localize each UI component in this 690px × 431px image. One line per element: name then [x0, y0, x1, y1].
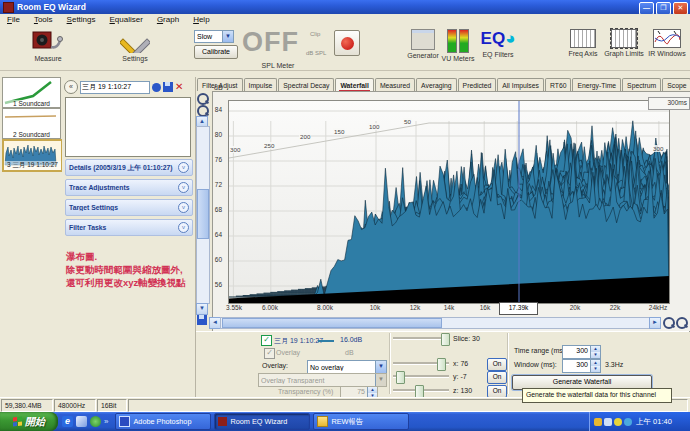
graph-limits-button[interactable]: Graph Limits — [601, 29, 647, 57]
spl-record-button[interactable] — [334, 30, 360, 56]
scroll-down-icon[interactable]: ▼ — [196, 303, 208, 315]
generator-label: Generator — [407, 52, 439, 59]
tab-energy-time[interactable]: Energy-Time — [572, 78, 621, 91]
window-spinner[interactable]: 300 ▲▼ — [562, 359, 601, 373]
measure-button[interactable]: Measure — [16, 29, 80, 62]
menu-help[interactable]: Help — [186, 14, 216, 26]
x-rotation-value: x: 76 — [453, 360, 468, 367]
overlay-mode-select[interactable]: Overlay Transparent ▼ — [258, 373, 387, 387]
tab-spectrum[interactable]: Spectrum — [622, 78, 661, 91]
messenger-icon[interactable] — [90, 416, 101, 427]
task-rew[interactable]: Room EQ Wizard — [214, 413, 310, 430]
ie-icon[interactable]: e — [62, 416, 73, 427]
x-rotation-slider[interactable] — [393, 358, 449, 368]
time-range-spinner[interactable]: 300 ▲▼ — [562, 345, 601, 359]
horizontal-scrollbar[interactable] — [220, 317, 650, 329]
tab-all-impulses[interactable]: All Impulses — [497, 78, 544, 91]
z-rotation-value: z: 130 — [453, 387, 472, 394]
spinner-arrows-icon[interactable]: ▲▼ — [590, 346, 600, 358]
measurement-name-input[interactable] — [80, 81, 150, 94]
tab-impulse[interactable]: Impulse — [244, 78, 278, 91]
settings-button[interactable]: Settings — [103, 29, 167, 62]
measurement-thumb-3-selected[interactable]: 3 三月 19 1:10:27 — [2, 139, 63, 172]
slice-slider[interactable] — [393, 333, 449, 343]
tab-rt60[interactable]: RT60 — [545, 78, 572, 91]
expand-icon[interactable]: v — [178, 162, 189, 173]
minimize-button[interactable]: — — [639, 2, 654, 15]
chevron-down-icon[interactable]: ▼ — [375, 361, 386, 373]
x-on-button[interactable]: On — [487, 358, 507, 371]
horizontal-scroll-thumb[interactable] — [222, 318, 442, 328]
slider-thumb[interactable] — [441, 333, 450, 346]
section-trace-adjustments[interactable]: Trace Adjustments v — [65, 179, 193, 196]
maximize-button[interactable]: ❐ — [656, 2, 671, 15]
tab-predicted[interactable]: Predicted — [458, 78, 497, 91]
menu-file[interactable]: File — [0, 14, 27, 26]
section-target-settings[interactable]: Target Settings v — [65, 199, 193, 216]
window-label: Window (ms): — [514, 361, 557, 368]
measurement-thumb-2[interactable]: 2 Soundcard — [2, 108, 61, 139]
eq-filters-button[interactable]: EQ◕ EQ Filters — [475, 29, 521, 58]
freq-axis-button[interactable]: Freq Axis — [560, 29, 606, 57]
menu-graph[interactable]: Graph — [150, 14, 186, 26]
waterfall-plot[interactable] — [228, 100, 670, 304]
y-tick: 84 — [202, 106, 222, 113]
slider-thumb[interactable] — [437, 358, 446, 371]
zoom-in-icon[interactable] — [197, 93, 209, 105]
media-player-icon[interactable] — [76, 416, 87, 427]
menu-tools[interactable]: Tools — [27, 14, 60, 26]
vertical-scrollbar[interactable] — [196, 126, 210, 304]
close-button[interactable]: ✕ — [673, 2, 688, 15]
time-tick: 200 — [299, 133, 311, 140]
slider-thumb[interactable] — [396, 371, 405, 384]
calibrate-button[interactable]: Calibrate — [194, 45, 238, 59]
task-photoshop[interactable]: Adobe Photoshop — [115, 413, 211, 430]
task-rew-folder[interactable]: REW報告 — [313, 413, 409, 430]
tray-shield-icon[interactable] — [614, 418, 622, 426]
tray-display-icon[interactable] — [604, 418, 612, 426]
delete-measurement-icon[interactable]: ✕ — [175, 82, 183, 92]
tray-network-icon[interactable] — [624, 418, 632, 426]
quick-launch-overflow-icon[interactable]: » — [104, 417, 108, 426]
overlay-select[interactable]: No overlay ▼ — [307, 360, 387, 374]
tab-spectral-decay[interactable]: Spectral Decay — [278, 78, 334, 91]
ir-windows-button[interactable]: IR Windows — [644, 29, 690, 57]
tab-scope[interactable]: Scope — [662, 78, 690, 91]
overlay-checkbox[interactable]: ✓ — [264, 348, 275, 359]
tab-measured[interactable]: Measured — [375, 78, 415, 91]
vu-meters-button[interactable]: VU Meters — [436, 29, 480, 62]
divider — [389, 333, 391, 394]
y-rotation-slider[interactable] — [393, 371, 449, 381]
expand-icon[interactable]: v — [178, 182, 189, 193]
quick-launch: e » — [62, 416, 108, 427]
z-rotation-slider[interactable] — [393, 385, 449, 395]
section-filter-tasks[interactable]: Filter Tasks v — [65, 219, 193, 236]
expand-icon[interactable]: v — [178, 222, 189, 233]
x-tick: 16k — [480, 304, 490, 311]
notes-box[interactable] — [65, 97, 191, 157]
expand-icon[interactable]: v — [178, 202, 189, 213]
tab-waterfall[interactable]: Waterfall — [335, 78, 373, 91]
start-button[interactable]: 開始 — [0, 412, 58, 431]
menu-equaliser[interactable]: Equaliser — [103, 14, 150, 26]
spinner-arrows-icon[interactable]: ▲▼ — [590, 360, 600, 372]
measurement-thumb-1[interactable]: 1 Soundcard — [2, 77, 61, 108]
trace-color-icon[interactable] — [152, 83, 161, 92]
section-details[interactable]: Details (2005/3/19 上午 01:10:27) v — [65, 159, 193, 176]
spl-speed-select[interactable]: Slow ▼ — [194, 30, 234, 43]
trace-checkbox[interactable]: ✓ — [261, 335, 272, 346]
scroll-right-icon[interactable]: ► — [649, 317, 661, 329]
overlay-check-label: Overlay — [276, 349, 300, 356]
collapse-panel-button[interactable]: « — [64, 80, 78, 94]
y-on-button[interactable]: On — [487, 371, 507, 384]
save-measurement-icon[interactable] — [163, 82, 173, 92]
zoom-x-icon[interactable] — [663, 317, 675, 329]
save-graph-icon[interactable] — [197, 315, 207, 325]
tab-averaging[interactable]: Averaging — [416, 78, 456, 91]
chevron-down-icon[interactable]: ▼ — [222, 31, 233, 42]
menu-settings[interactable]: Settings — [60, 14, 103, 26]
zoom-y-icon[interactable] — [676, 317, 688, 329]
tray-volume-icon[interactable] — [594, 418, 602, 426]
overlay-db-label: dB — [345, 349, 354, 356]
cursor-frequency-readout: 17.39k — [499, 302, 538, 315]
